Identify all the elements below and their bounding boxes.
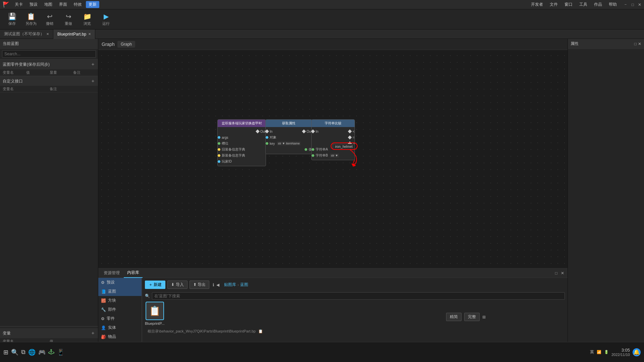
browse-button[interactable]: 📁 浏览 xyxy=(80,12,94,26)
grid-view-icon[interactable]: ⊞ xyxy=(482,315,486,319)
menu-item-file[interactable]: 文件 xyxy=(547,1,560,8)
assets-search-input[interactable] xyxy=(152,292,565,300)
compact-view-btn[interactable]: 精简 xyxy=(446,313,462,321)
search-section xyxy=(0,49,98,59)
pin-ga-inout: In Out xyxy=(266,128,312,134)
tab-test-close[interactable]: ✕ xyxy=(46,32,49,36)
pin-sc-streq: = xyxy=(312,134,355,140)
pin-sc-lt-dot xyxy=(348,129,352,133)
tab-bp-label: BlueprintPart.bp xyxy=(57,32,86,37)
lang-indicator[interactable]: 英 xyxy=(590,349,594,355)
menu-item-effects[interactable]: 特效 xyxy=(71,1,85,8)
pin-args-left: args xyxy=(218,136,228,139)
pin-sc-inout: In < xyxy=(312,128,355,134)
asset-cat-preset[interactable]: ⚙ 预设 xyxy=(98,278,142,287)
right-panel: 属性 □ ✕ xyxy=(568,39,644,362)
asset-cat-part[interactable]: 🔧 部件 xyxy=(98,305,142,314)
mc-icon3[interactable]: 📱 xyxy=(57,349,64,356)
asset-cat-blueprint[interactable]: 📘 蓝图 xyxy=(98,287,142,296)
menu-item-update[interactable]: 更新 xyxy=(86,1,99,8)
undo-button[interactable]: ↩ 撤销 xyxy=(43,12,56,26)
asset-cat-block[interactable]: 🧱 方块 xyxy=(98,296,142,305)
node-event[interactable]: 监听服务端玩家切换盔甲时 Out args xyxy=(217,119,266,166)
taskview-icon[interactable]: ⧉ xyxy=(21,349,25,356)
nav-back[interactable]: ◀ xyxy=(216,283,219,287)
edge-icon[interactable]: 🌐 xyxy=(28,349,36,356)
notification-icon[interactable]: 🔔 xyxy=(633,348,641,356)
right-panel-expand[interactable]: □ xyxy=(634,42,637,46)
full-view-btn[interactable]: 完整 xyxy=(464,313,480,321)
window-maximize[interactable]: □ xyxy=(632,2,634,7)
breadcrumb-current[interactable]: 蓝图 xyxy=(240,282,248,288)
save-label: 保存 xyxy=(8,21,16,26)
menu-item-tools[interactable]: 工具 xyxy=(577,1,590,8)
pin-old-equip: 旧装备信息字典 xyxy=(218,146,266,153)
redo-button[interactable]: ↪ 重做 xyxy=(62,12,75,26)
asset-cat-entity[interactable]: 👤 实体 xyxy=(98,323,142,332)
graph-tab[interactable]: Graph xyxy=(117,41,135,48)
mc-icon1[interactable]: 🎮 xyxy=(38,349,46,356)
run-button[interactable]: ▶ 运行 xyxy=(99,12,113,26)
bottom-panel-close[interactable]: ✕ xyxy=(559,271,566,276)
export-button[interactable]: ⬆ 导出 xyxy=(190,281,209,289)
col-note: 备注 xyxy=(73,70,95,75)
taskbar-right: 英 📶 🔋 3:05 2022/11/10 🔔 xyxy=(590,348,641,357)
assets-path: 根目录\behavior_pack_WvyJ7QiK\Parts\Bluepri… xyxy=(145,327,565,335)
undo-icon: ↩ xyxy=(47,12,53,20)
pin-sc-strb-dot xyxy=(312,154,314,157)
redo-icon: ↪ xyxy=(66,12,71,20)
tab-asset-manager[interactable]: 资源管理 xyxy=(100,268,123,278)
save-as-button[interactable]: 📋 另存为 xyxy=(24,12,38,26)
window-minimize[interactable]: － xyxy=(624,2,628,7)
pin-out-right: Out xyxy=(256,130,266,133)
menu-item-map[interactable]: 地图 xyxy=(42,1,55,8)
new-icon: ＋ xyxy=(149,282,153,287)
vars-add-button[interactable]: ＋ xyxy=(91,61,95,67)
tab-test-blueprint[interactable]: 测试蓝图（不可保存） ✕ xyxy=(0,29,53,39)
asset-cat-component[interactable]: ⚙ 零件 xyxy=(98,314,142,323)
assets-main: ＋ 新建 ⬇ 导入 ⬆ 导出 ℹ ◀ 贴图库 › 蓝图 xyxy=(142,278,568,342)
info-icon[interactable]: ℹ xyxy=(213,283,214,287)
save-button[interactable]: 💾 保存 xyxy=(5,12,19,26)
tab-bp-close[interactable]: ✕ xyxy=(88,32,91,36)
breadcrumb-root[interactable]: 贴图库 xyxy=(224,282,236,288)
pin-old-equip-dot xyxy=(218,148,220,151)
pin-ga-obj-left: 对象 xyxy=(266,135,276,140)
menu-item-dev[interactable]: 开发者 xyxy=(528,1,546,8)
menu-item-preset[interactable]: 预设 xyxy=(27,1,40,8)
menu-item-works[interactable]: 作品 xyxy=(591,1,605,8)
pin-slot-dot xyxy=(218,142,220,145)
asset-cat-item[interactable]: 🎒 物品 xyxy=(98,332,142,341)
var-lower-add-button[interactable]: ＋ xyxy=(91,330,95,336)
pin-slot-left: 槽位 xyxy=(218,141,228,146)
taskbar: ⊞ 🔍 ⧉ 🌐 🎮 🕹 📱 英 📶 🔋 3:05 2022/11/10 🔔 xyxy=(0,342,644,362)
menu-item-level[interactable]: 关卡 xyxy=(12,1,25,8)
import-button[interactable]: ⬇ 导入 xyxy=(167,281,187,289)
new-button[interactable]: ＋ 新建 xyxy=(145,281,165,289)
node-get-attr[interactable]: 获取属性 In Out 对象 xyxy=(265,119,312,154)
start-button[interactable]: ⊞ xyxy=(3,349,8,356)
string-b-value[interactable]: iron_helmet xyxy=(333,144,355,149)
copy-path-icon[interactable]: 📋 xyxy=(258,329,263,334)
mc-icon2[interactable]: 🕹 xyxy=(48,349,54,356)
vars-title: 蓝图零件变量(保存后同步) xyxy=(3,62,50,67)
search-taskbar[interactable]: 🔍 xyxy=(11,349,18,356)
tab-blueprint-part[interactable]: BlueprintPart.bp ✕ xyxy=(53,29,95,39)
node-str-compare[interactable]: 字符串比较 In < = xyxy=(311,119,355,160)
assets-content: 📋 BlueprintP... xyxy=(145,302,565,325)
menu-item-help[interactable]: 帮助 xyxy=(606,1,620,8)
save-as-label: 另存为 xyxy=(25,21,37,26)
search-input[interactable] xyxy=(2,50,96,58)
export-icon: ⬆ xyxy=(193,282,197,287)
save-icon: 💾 xyxy=(8,12,16,20)
bottom-panel-expand[interactable]: □ xyxy=(554,271,559,276)
menu-item-ui[interactable]: 界面 xyxy=(56,1,70,8)
asset-tile-blueprint[interactable]: 📋 BlueprintP... xyxy=(145,302,165,325)
interface-add-button[interactable]: ＋ xyxy=(91,78,95,84)
right-panel-close[interactable]: ✕ xyxy=(638,42,641,46)
tab-content-library[interactable]: 内容库 xyxy=(124,268,143,278)
current-blueprint-header: 当前蓝图 xyxy=(0,39,98,49)
window-close[interactable]: ✕ xyxy=(638,2,641,7)
menu-item-window[interactable]: 窗口 xyxy=(562,1,575,8)
pin-ga-key-dot xyxy=(266,142,268,145)
